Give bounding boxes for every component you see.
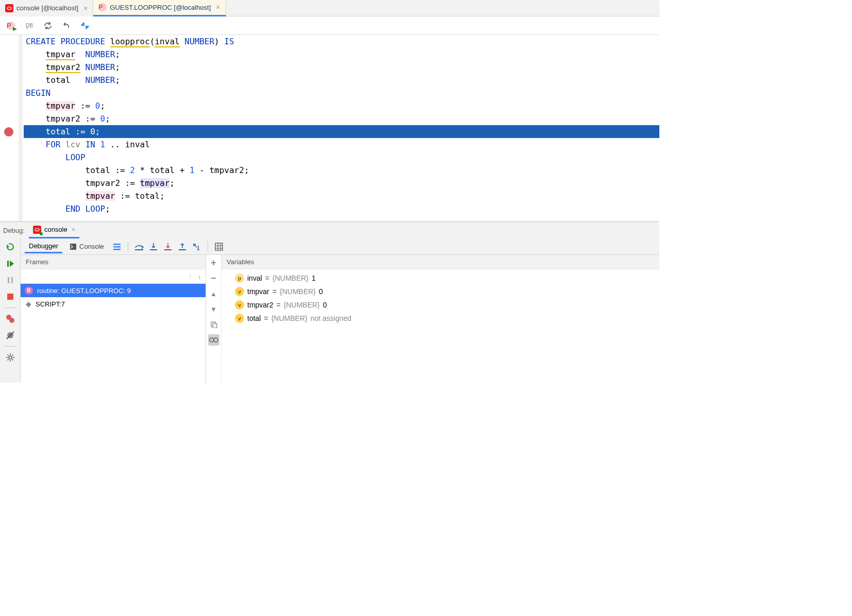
svg-rect-16 — [150, 249, 157, 250]
frame-label: routine: GUEST.LOOPPROC: 9 — [37, 287, 131, 295]
debug-header: Debug: console × — [0, 222, 659, 238]
code-line[interactable]: tmpvar NUMBER; — [24, 48, 659, 61]
var-type: {NUMBER} — [271, 314, 308, 322]
debug-tab-console[interactable]: console × — [29, 222, 79, 238]
variable-row[interactable]: v tmpvar2 = {NUMBER} 0 — [226, 298, 655, 312]
frame-label: SCRIPT:7 — [36, 300, 65, 308]
variables-content: Variables p inval = {NUMBER} 1 v — [221, 255, 659, 383]
force-step-into-button[interactable] — [162, 241, 174, 252]
editor-toolbar: P▶ DB↑ — [0, 16, 659, 35]
show-watches-button[interactable] — [208, 334, 219, 346]
code-line[interactable]: BEGIN — [24, 87, 659, 99]
code-line[interactable]: tmpvar := 0; — [24, 99, 659, 112]
code-line[interactable]: CREATE PROCEDURE loopproc(inval NUMBER) … — [24, 35, 659, 48]
svg-point-1 — [35, 228, 39, 231]
frame-down-button[interactable]: ↓ — [198, 272, 202, 280]
code-line[interactable]: total NUMBER; — [24, 74, 659, 87]
mute-breakpoints-button[interactable] — [5, 330, 16, 341]
oracle-icon — [33, 226, 41, 234]
frames-nav: ↑ ↓ — [21, 269, 206, 284]
svg-rect-17 — [164, 249, 172, 250]
svg-rect-5 — [7, 294, 13, 300]
code-lines: CREATE PROCEDURE loopproc(inval NUMBER) … — [24, 35, 659, 215]
svg-rect-2 — [7, 261, 9, 267]
code-line[interactable]: tmpvar2 := tmpvar; — [24, 177, 659, 190]
oracle-icon — [5, 4, 13, 12]
svg-rect-14 — [113, 249, 121, 250]
variables-list: p inval = {NUMBER} 1 v tmpvar = {NUMBER} — [221, 269, 659, 327]
debug-title: Debug: — [3, 227, 25, 234]
undo-button[interactable] — [61, 20, 72, 31]
stop-button[interactable] — [5, 291, 16, 302]
tab-console[interactable]: console [@localhost] × — [0, 0, 93, 16]
step-out-button[interactable] — [177, 241, 188, 252]
step-into-button[interactable] — [148, 241, 159, 252]
procedure-icon: P — [98, 3, 107, 11]
debug-panels: Frames ↑ ↓ R routine: GUEST.LOOPPROC: 9 … — [21, 255, 659, 383]
var-value: not assigned — [311, 314, 351, 322]
svg-rect-19 — [215, 243, 223, 250]
pause-button[interactable] — [5, 275, 16, 286]
refresh-button[interactable] — [42, 20, 54, 31]
svg-point-27 — [214, 338, 218, 342]
code-line-current[interactable]: total := 0; — [24, 125, 659, 138]
svg-rect-3 — [8, 277, 9, 283]
evaluate-button[interactable] — [213, 241, 225, 252]
code-line[interactable]: tmpvar2 := 0; — [24, 112, 659, 125]
svg-rect-15 — [135, 249, 143, 250]
code-line[interactable]: tmpvar := total; — [24, 190, 659, 202]
remove-watch-button[interactable]: − — [208, 272, 219, 284]
move-down-button[interactable]: ▼ — [208, 303, 219, 315]
variable-row[interactable]: v tmpvar = {NUMBER} 0 — [226, 285, 655, 298]
svg-point-10 — [9, 356, 12, 359]
tab-guest-loopproc[interactable]: P GUEST.LOOPPROC [@localhost] × — [93, 0, 226, 16]
move-up-button[interactable]: ▲ — [208, 288, 219, 299]
breakpoint-icon[interactable] — [4, 127, 13, 136]
frames-header: Frames — [21, 255, 206, 269]
var-type: {NUMBER} — [284, 301, 320, 309]
console-tab[interactable]: Console — [65, 241, 108, 252]
collapse-button[interactable] — [79, 20, 91, 31]
code-line[interactable]: END LOOP; — [24, 202, 659, 215]
step-over-button[interactable] — [133, 241, 145, 252]
var-name: tmpvar2 — [247, 301, 274, 309]
resume-button[interactable] — [5, 258, 16, 269]
var-value: 1 — [312, 274, 316, 282]
close-icon[interactable]: × — [216, 3, 220, 11]
debug-body: Debugger Console Frames ↑ ↓ — [0, 238, 659, 383]
db-upload-button[interactable]: DB↑ — [24, 20, 35, 31]
debugger-tab[interactable]: Debugger — [25, 240, 62, 253]
code-editor[interactable]: CREATE PROCEDURE loopproc(inval NUMBER) … — [0, 35, 659, 221]
run-procedure-button[interactable]: P▶ — [5, 20, 16, 31]
close-icon[interactable]: × — [72, 226, 76, 233]
svg-point-0 — [7, 7, 11, 9]
svg-point-26 — [210, 338, 214, 342]
copy-button[interactable] — [208, 319, 219, 330]
debug-tab-label: console — [44, 226, 67, 233]
code-line[interactable]: LOOP — [24, 151, 659, 164]
threads-button[interactable] — [111, 241, 123, 252]
var-value: 0 — [319, 287, 323, 296]
frame-row[interactable]: ◆ SCRIPT:7 — [21, 297, 206, 311]
variable-row[interactable]: v total = {NUMBER} not assigned — [226, 312, 655, 325]
tab-label: console [@localhost] — [16, 4, 78, 12]
add-watch-button[interactable]: + — [208, 257, 219, 268]
code-line[interactable]: tmpvar2 NUMBER; — [24, 61, 659, 74]
script-icon: ◆ — [25, 300, 31, 308]
code-line[interactable]: FOR lcv IN 1 .. inval — [24, 138, 659, 151]
close-icon[interactable]: × — [83, 4, 88, 12]
var-type: {NUMBER} — [280, 287, 316, 296]
frame-up-button[interactable]: ↑ — [189, 272, 192, 280]
view-breakpoints-button[interactable] — [5, 313, 16, 324]
frame-row[interactable]: R routine: GUEST.LOOPPROC: 9 — [21, 284, 206, 297]
rerun-button[interactable] — [5, 242, 16, 253]
settings-button[interactable] — [5, 352, 16, 363]
parameter-icon: p — [235, 273, 244, 283]
editor-tabs-bar: console [@localhost] × P GUEST.LOOPPROC … — [0, 0, 659, 16]
svg-rect-11 — [70, 244, 76, 250]
variable-row[interactable]: p inval = {NUMBER} 1 — [226, 271, 655, 285]
var-type: {NUMBER} — [272, 274, 309, 282]
code-line[interactable]: total := 2 * total + 1 - tmpvar2; — [24, 164, 659, 177]
svg-rect-4 — [11, 277, 13, 283]
run-to-cursor-button[interactable] — [191, 241, 202, 252]
